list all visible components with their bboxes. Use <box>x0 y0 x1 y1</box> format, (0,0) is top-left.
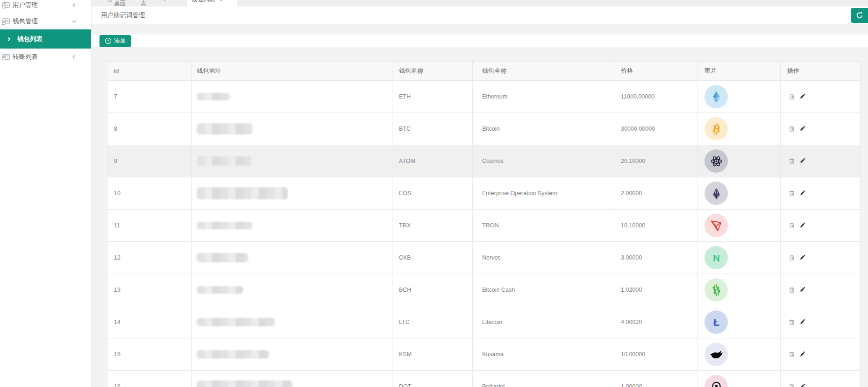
table-row[interactable]: 12 CKB Nervos 3.00000 N <box>107 242 861 274</box>
trx-coin-icon <box>704 214 728 237</box>
tab-bar: 我的桌面 用户列表 × 钱包列表 × <box>92 0 868 7</box>
cell-id: 9 <box>107 145 192 177</box>
cell-image: B <box>698 113 781 145</box>
cell-actions <box>781 113 861 145</box>
cell-name: EOS <box>392 177 473 210</box>
sidebar-item-user-management[interactable]: 用户管理 <box>0 0 91 13</box>
table-row[interactable]: 16 DOT Polkadot 1.00000 <box>107 371 861 387</box>
plus-circle-icon <box>105 37 112 44</box>
cell-actions <box>781 242 861 274</box>
cell-actions <box>781 177 861 210</box>
cell-actions <box>781 338 861 371</box>
cell-image: B <box>698 274 781 306</box>
pencil-icon[interactable] <box>799 254 805 261</box>
table-row[interactable]: 14 LTC Litecoin 4.00020 Ł <box>107 306 861 338</box>
sidebar-item-transfer-list[interactable]: 转账列表 <box>0 49 91 65</box>
table-header-row: id 钱包地址 钱包名称 钱包全称 价格 图片 操作 <box>107 62 861 81</box>
bch-coin-icon: B <box>704 278 728 302</box>
pencil-icon[interactable] <box>799 93 805 100</box>
tab-wallet-list[interactable]: 钱包列表 × <box>187 0 237 7</box>
table-row[interactable]: 13 BCH Bitcoin Cash 1.02000 B <box>107 274 861 306</box>
refresh-button[interactable] <box>851 8 868 23</box>
add-button-label: 添加 <box>114 37 126 45</box>
close-icon[interactable]: × <box>163 0 166 3</box>
cell-id: 13 <box>107 274 192 306</box>
redacted-address-blur <box>197 253 248 262</box>
trash-icon[interactable] <box>789 351 795 358</box>
table-row[interactable]: 7 ETH Ethereum 11000.00000 <box>107 81 861 113</box>
redacted-address-blur <box>197 93 231 100</box>
trash-icon[interactable] <box>789 254 795 261</box>
cell-name: TRX <box>392 210 473 242</box>
cell-fullname: Cosmos <box>473 145 614 177</box>
trash-icon[interactable] <box>789 158 795 164</box>
sidebar-item-wallet-list-active[interactable]: 钱包列表 <box>0 29 91 49</box>
cell-fullname: Bitcoin Cash <box>473 274 614 306</box>
page-title-bar: 用户助记词管理 <box>92 7 868 24</box>
col-header-id: id <box>107 62 192 81</box>
pencil-icon[interactable] <box>799 383 805 387</box>
redacted-address-blur <box>197 318 275 326</box>
eth-coin-icon <box>704 85 728 108</box>
tab-user-list[interactable]: 用户列表 × <box>136 0 171 7</box>
trash-icon[interactable] <box>789 319 795 325</box>
cell-id: 10 <box>107 177 192 210</box>
table-row[interactable]: 9 ATOM Cosmos 20.10000 <box>107 145 861 177</box>
cell-price: 30000.00000 <box>614 113 698 145</box>
col-header-actions: 操作 <box>781 62 861 81</box>
cell-name: ATOM <box>392 145 473 177</box>
close-icon[interactable]: × <box>219 0 223 3</box>
redacted-address-blur <box>197 380 292 387</box>
wallet-table: id 钱包地址 钱包名称 钱包全称 价格 图片 操作 7 ETH Ethereu… <box>107 61 861 387</box>
trash-icon[interactable] <box>789 93 795 100</box>
cell-price: 10.10000 <box>614 210 698 242</box>
cell-fullname: TRON <box>473 210 614 242</box>
col-header-name: 钱包名称 <box>392 62 473 81</box>
trash-icon[interactable] <box>789 222 795 229</box>
table-row[interactable]: 11 TRX TRON 10.10000 <box>107 210 861 242</box>
pencil-icon[interactable] <box>799 222 805 229</box>
trash-icon[interactable] <box>789 126 795 132</box>
pencil-icon[interactable] <box>799 190 805 197</box>
trash-icon[interactable] <box>789 383 795 387</box>
redacted-address-blur <box>197 222 253 229</box>
cell-price: 1.02000 <box>614 274 698 306</box>
cell-id: 12 <box>107 242 192 274</box>
cell-price: 4.00020 <box>614 306 698 338</box>
refresh-icon <box>855 11 864 20</box>
cell-fullname: Ethereum <box>473 81 614 113</box>
tab-label: 钱包列表 <box>192 0 215 4</box>
cell-address <box>192 338 392 371</box>
cell-name: DOT <box>392 371 473 387</box>
ltc-coin-icon: Ł <box>704 310 728 334</box>
table-row[interactable]: 10 EOS Enterprise Operation System 2.000… <box>107 177 861 210</box>
cell-actions <box>781 371 861 387</box>
cell-actions <box>781 145 861 177</box>
cell-fullname: Polkadot <box>473 371 614 387</box>
sidebar-item-label: 转账列表 <box>13 53 38 61</box>
sidebar-item-wallet-management[interactable]: 钱包管理 <box>0 13 91 29</box>
cell-name: BTC <box>392 113 473 145</box>
cell-id: 7 <box>107 81 192 113</box>
chevron-left-icon <box>71 2 77 8</box>
pencil-icon[interactable] <box>799 287 805 293</box>
pencil-icon[interactable] <box>799 158 805 164</box>
table-row[interactable]: 8 BTC Bitcoin 30000.00000 B <box>107 113 861 145</box>
trash-icon[interactable] <box>789 190 795 197</box>
trash-icon[interactable] <box>789 287 795 293</box>
cell-price: 1.00000 <box>614 371 698 387</box>
pencil-icon[interactable] <box>799 351 805 358</box>
tab-my-desktop[interactable]: 我的桌面 <box>104 0 135 7</box>
cell-name: ETH <box>392 81 473 113</box>
chevron-down-icon <box>71 19 77 24</box>
cell-name: CKB <box>392 242 473 274</box>
pencil-icon[interactable] <box>799 126 805 132</box>
cell-image <box>698 177 781 210</box>
add-button[interactable]: 添加 <box>100 35 131 47</box>
pencil-icon[interactable] <box>799 319 805 325</box>
cell-image <box>698 371 781 387</box>
sidebar: 用户管理 钱包管理 钱包列表 转账列表 <box>0 0 92 387</box>
table-row[interactable]: 15 KSM Kusama 10.00000 <box>107 338 861 371</box>
cell-fullname: Enterprise Operation System <box>473 177 614 210</box>
svg-text:B: B <box>711 123 721 135</box>
